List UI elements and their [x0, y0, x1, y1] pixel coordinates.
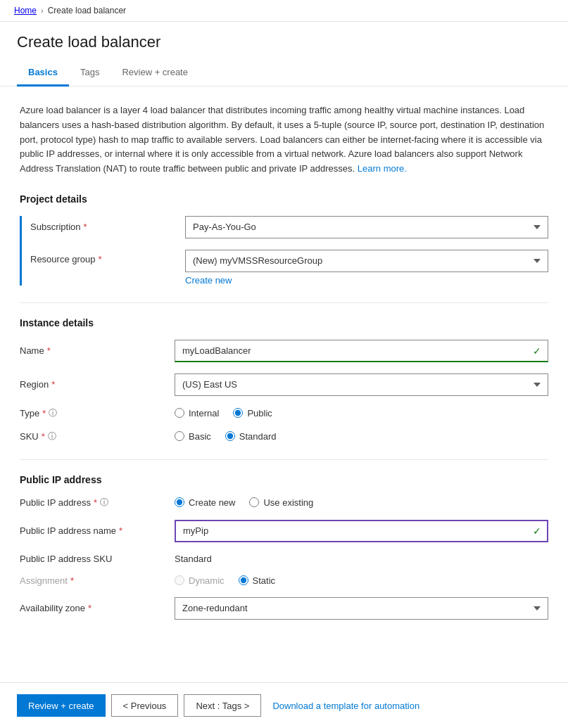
region-label: Region * — [20, 379, 175, 390]
use-existing-label: Use existing — [263, 497, 313, 508]
public-ip-name-input[interactable] — [175, 520, 548, 542]
public-ip-sku-value: Standard — [175, 554, 548, 564]
download-template-link[interactable]: Download a template for automation — [272, 701, 419, 711]
region-select[interactable]: (US) East US — [175, 373, 548, 396]
page-title: Create load balancer — [17, 33, 551, 51]
name-control: ✓ — [175, 340, 548, 362]
resource-group-select[interactable]: (New) myVMSSResourceGroup — [185, 250, 548, 272]
main-content: Azure load balancer is a layer 4 load ba… — [0, 87, 568, 668]
sku-basic-label: Basic — [189, 431, 211, 442]
content-spacer — [0, 668, 568, 683]
assignment-radio-group: Dynamic Static — [175, 575, 548, 586]
description-text: Azure load balancer is a layer 4 load ba… — [20, 103, 548, 177]
type-control: Internal Public — [175, 408, 548, 419]
sku-control: Basic Standard — [175, 431, 548, 442]
name-required: * — [47, 345, 51, 356]
sku-standard-label: Standard — [239, 431, 277, 442]
public-ip-radio-group: Create new Use existing — [175, 497, 548, 508]
tab-tags[interactable]: Tags — [69, 60, 111, 87]
pip-check-icon: ✓ — [533, 525, 541, 537]
availability-zone-row: Availability zone * Zone-redundant — [20, 597, 548, 620]
availability-zone-required: * — [88, 603, 91, 613]
name-row: Name * ✓ — [20, 340, 548, 362]
use-existing-radio[interactable] — [249, 497, 259, 507]
name-input-container: ✓ — [175, 340, 548, 362]
use-existing-option[interactable]: Use existing — [249, 497, 313, 508]
type-required: * — [42, 408, 46, 419]
public-ip-radio-control: Create new Use existing — [175, 497, 548, 508]
project-details-title: Project details — [20, 193, 548, 205]
sku-info-icon[interactable]: ⓘ — [48, 430, 56, 442]
breadcrumb: Home › Create load balancer — [0, 0, 568, 22]
sku-label: SKU * ⓘ — [20, 430, 175, 442]
sku-row: SKU * ⓘ Basic Standard — [20, 430, 548, 442]
type-internal-option[interactable]: Internal — [175, 408, 219, 419]
subscription-control: Pay-As-You-Go — [185, 216, 548, 238]
type-info-icon[interactable]: ⓘ — [49, 407, 57, 419]
tab-review-create[interactable]: Review + create — [111, 60, 199, 87]
public-ip-name-row: Public IP address name * ✓ — [20, 520, 548, 542]
footer-bar: Review + create < Previous Next : Tags >… — [0, 682, 568, 728]
dynamic-option[interactable]: Dynamic — [175, 575, 225, 586]
public-ip-name-control: ✓ — [175, 520, 548, 542]
sku-radio-group: Basic Standard — [175, 431, 548, 442]
public-ip-name-required: * — [119, 525, 122, 536]
breadcrumb-home[interactable]: Home — [14, 6, 37, 15]
create-new-label: Create new — [189, 497, 235, 508]
sku-required: * — [42, 431, 45, 442]
static-radio[interactable] — [239, 575, 248, 585]
resource-group-control: (New) myVMSSResourceGroup Create new — [185, 250, 548, 286]
next-button[interactable]: Next : Tags > — [184, 694, 261, 717]
type-public-option[interactable]: Public — [233, 408, 272, 419]
resource-group-label: Resource group * — [30, 250, 185, 264]
public-ip-sku-label: Public IP address SKU — [20, 554, 175, 564]
public-ip-sku-row: Public IP address SKU Standard — [20, 554, 548, 564]
divider-2 — [20, 459, 548, 460]
create-new-resource-group-link[interactable]: Create new — [185, 275, 232, 286]
sku-basic-option[interactable]: Basic — [175, 431, 211, 442]
assignment-required: * — [70, 575, 74, 586]
type-internal-label: Internal — [189, 408, 219, 419]
previous-button[interactable]: < Previous — [111, 694, 179, 717]
review-create-button[interactable]: Review + create — [17, 694, 106, 717]
public-ip-title: Public IP address — [20, 474, 548, 485]
name-check-icon: ✓ — [533, 345, 541, 357]
name-input[interactable] — [175, 340, 548, 362]
resource-group-row: Resource group * (New) myVMSSResourceGro… — [30, 250, 548, 286]
sku-standard-radio[interactable] — [225, 431, 235, 441]
availability-zone-select[interactable]: Zone-redundant — [175, 597, 548, 620]
sku-basic-radio[interactable] — [175, 431, 184, 441]
learn-more-link[interactable]: Learn more. — [358, 163, 407, 174]
assignment-control: Dynamic Static — [175, 575, 548, 586]
subscription-required: * — [84, 222, 87, 232]
breadcrumb-separator: › — [41, 6, 44, 15]
public-ip-info-icon[interactable]: ⓘ — [100, 497, 108, 509]
divider-1 — [20, 302, 548, 303]
public-ip-sku-text: Standard — [175, 554, 212, 564]
type-internal-radio[interactable] — [175, 408, 184, 418]
create-new-option[interactable]: Create new — [175, 497, 235, 508]
type-public-radio[interactable] — [233, 408, 243, 418]
name-label: Name * — [20, 345, 175, 356]
dynamic-radio[interactable] — [175, 575, 184, 585]
tab-basics[interactable]: Basics — [17, 60, 69, 87]
tabs-bar: Basics Tags Review + create — [0, 60, 568, 87]
public-ip-section: Public IP address Public IP address * ⓘ … — [20, 474, 548, 620]
instance-details-section: Instance details Name * ✓ Region — [20, 317, 548, 442]
public-ip-name-label: Public IP address name * — [20, 525, 175, 536]
dynamic-label: Dynamic — [189, 575, 225, 586]
availability-zone-label: Availability zone * — [20, 603, 175, 613]
create-new-radio[interactable] — [175, 497, 184, 507]
public-ip-radio-label: Public IP address * ⓘ — [20, 497, 175, 509]
type-label: Type * ⓘ — [20, 407, 175, 419]
type-public-label: Public — [247, 408, 272, 419]
type-row: Type * ⓘ Internal Public — [20, 407, 548, 419]
static-option[interactable]: Static — [239, 575, 276, 586]
project-details-section: Project details Subscription * Pay-As-Yo… — [20, 193, 548, 286]
page-header: Create load balancer — [0, 22, 568, 60]
pip-input-container: ✓ — [175, 520, 548, 542]
sku-standard-option[interactable]: Standard — [225, 431, 277, 442]
subscription-select[interactable]: Pay-As-You-Go — [185, 216, 548, 238]
region-control: (US) East US — [175, 373, 548, 396]
instance-details-title: Instance details — [20, 317, 548, 328]
